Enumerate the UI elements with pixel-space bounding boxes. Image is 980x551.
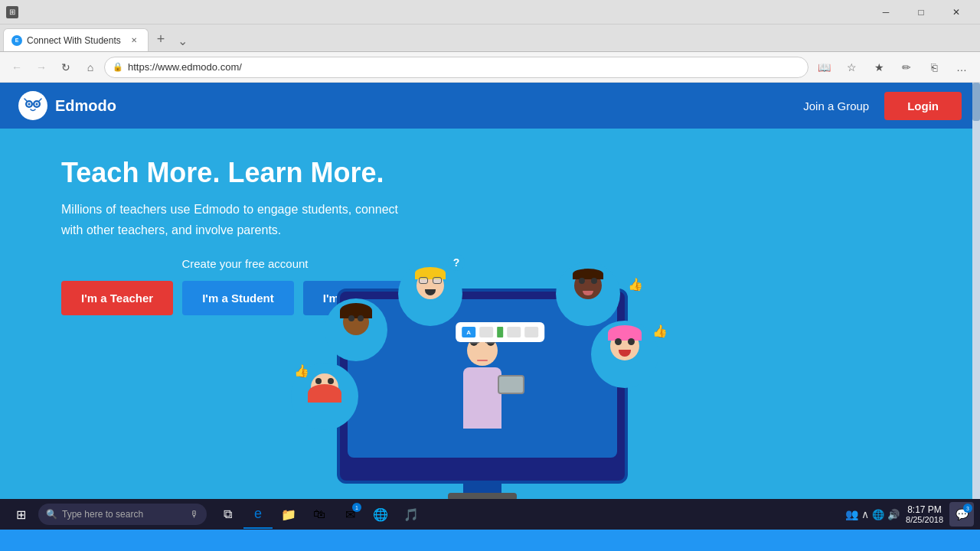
search-icon: 🔍 [46, 509, 57, 520]
taskbar-apps: ⧉ e 📁 🛍 ✉ 1 🌐 🎵 [213, 500, 426, 529]
taskbar-search[interactable]: 🔍 Type here to search 🎙 [38, 504, 207, 525]
file-explorer-taskbar-icon[interactable]: 📁 [274, 500, 303, 529]
site-navbar: Edmodo Join a Group Login [0, 83, 980, 129]
active-tab[interactable]: E Connect With Students ✕ [3, 28, 149, 51]
media-icon: 🎵 [403, 507, 419, 522]
notification-button[interactable]: 💬 3 [949, 502, 974, 527]
new-tab-button[interactable]: + [150, 28, 172, 50]
scrollbar-thumb[interactable] [972, 83, 980, 121]
back-button[interactable]: ← [6, 57, 28, 78]
taskbar: ⊞ 🔍 Type here to search 🎙 ⧉ e 📁 🛍 ✉ 1 🌐 … [0, 499, 980, 530]
sys-icons: 👥 ∧ 🌐 🔊 [845, 508, 900, 520]
svg-point-5 [36, 103, 38, 106]
clock-date: 8/25/2018 [906, 515, 943, 524]
hero-title: Teach More. Learn More. [61, 156, 459, 189]
tab-overflow-button[interactable]: ⌄ [173, 31, 191, 50]
people-icon[interactable]: 👥 [845, 508, 858, 520]
tab-favicon: E [11, 35, 22, 46]
tab-close-icon[interactable]: ✕ [128, 34, 140, 47]
tab-title: Connect With Students [27, 35, 123, 46]
svg-point-4 [28, 103, 31, 106]
home-button[interactable]: ⌂ [80, 57, 101, 78]
fav-collection-button[interactable]: ★ [867, 55, 891, 80]
mail-taskbar-icon[interactable]: ✉ 1 [335, 500, 364, 529]
taskbar-right: 👥 ∧ 🌐 🔊 8:17 PM 8/25/2018 💬 3 [845, 502, 977, 527]
network-icon[interactable]: 🌐 [872, 509, 884, 520]
edge-taskbar-icon[interactable]: e [243, 500, 273, 529]
settings-button[interactable]: … [949, 55, 974, 80]
store-icon: 🛍 [313, 507, 325, 521]
address-url: https://www.edmodo.com/ [128, 61, 800, 73]
address-bar[interactable]: 🔒 https://www.edmodo.com/ [104, 57, 808, 78]
teacher-button[interactable]: I'm a Teacher [61, 281, 173, 315]
student-button[interactable]: I'm a Student [182, 281, 294, 315]
annotate-button[interactable]: ✏ [894, 55, 919, 80]
volume-icon[interactable]: 🔊 [887, 509, 900, 520]
hero-description: Millions of teachers use Edmodo to engag… [61, 200, 398, 240]
store-taskbar-icon[interactable]: 🛍 [305, 500, 334, 529]
forward-button[interactable]: → [31, 57, 52, 78]
illustration: A 👍 [291, 254, 674, 499]
start-button[interactable]: ⊞ [3, 499, 38, 530]
logo-name: Edmodo [55, 97, 116, 115]
clock[interactable]: 8:17 PM 8/25/2018 [903, 504, 946, 524]
ssl-lock-icon: 🔒 [113, 62, 123, 72]
logo-icon [18, 91, 47, 120]
refresh-button[interactable]: ↻ [55, 57, 77, 78]
share-button[interactable]: ⎗ [922, 55, 946, 80]
favorites-button[interactable]: ☆ [839, 55, 864, 80]
windows-icon: ⊞ [16, 507, 26, 522]
app-icon: ⊞ [6, 6, 18, 18]
taskview-icon: ⧉ [224, 507, 232, 521]
search-placeholder-text: Type here to search [62, 509, 143, 520]
reader-view-button[interactable]: 📖 [812, 55, 836, 80]
close-button[interactable]: ✕ [939, 0, 974, 24]
media-taskbar-icon[interactable]: 🎵 [397, 500, 426, 529]
mail-badge: 1 [352, 503, 361, 512]
login-button[interactable]: Login [884, 92, 962, 120]
join-group-link[interactable]: Join a Group [803, 99, 869, 112]
minimize-button[interactable]: ─ [868, 0, 903, 24]
maximize-button[interactable]: □ [903, 0, 939, 24]
microphone-icon: 🎙 [190, 509, 199, 520]
site-logo[interactable]: Edmodo [18, 91, 116, 120]
edge-icon: e [254, 506, 262, 522]
chrome-taskbar-icon[interactable]: 🌐 [366, 500, 395, 529]
taskview-button[interactable]: ⧉ [213, 500, 242, 529]
chrome-icon: 🌐 [373, 507, 388, 522]
scrollbar[interactable] [972, 83, 980, 499]
expand-hidden-icon[interactable]: ∧ [861, 508, 869, 520]
folder-icon: 📁 [281, 507, 296, 522]
clock-time: 8:17 PM [906, 504, 943, 515]
notification-badge: 3 [963, 504, 972, 513]
